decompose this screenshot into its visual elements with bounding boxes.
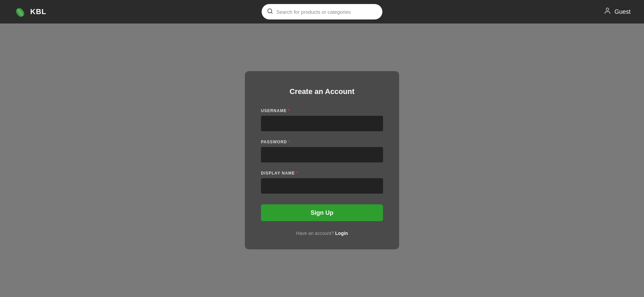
signup-card: Create an Account USERNAME * PASSWORD * … xyxy=(245,71,399,249)
user-label: Guest xyxy=(614,8,631,15)
user-icon xyxy=(604,7,611,16)
search-input[interactable] xyxy=(276,9,377,15)
card-title: Create an Account xyxy=(289,87,355,96)
search-container xyxy=(262,4,382,19)
have-account-text: Have an account? xyxy=(296,231,334,236)
svg-line-4 xyxy=(271,12,272,13)
password-group: PASSWORD * xyxy=(261,139,383,162)
password-required: * xyxy=(288,139,290,144)
kbl-logo-icon xyxy=(13,5,27,18)
signup-button[interactable]: Sign Up xyxy=(261,204,383,221)
user-area: Guest xyxy=(604,7,631,16)
display-name-label: DISPLAY NAME * xyxy=(261,170,383,176)
username-required: * xyxy=(288,108,290,113)
password-label: PASSWORD * xyxy=(261,139,383,144)
password-input[interactable] xyxy=(261,147,383,162)
display-name-input[interactable] xyxy=(261,178,383,194)
login-link[interactable]: Login xyxy=(335,231,348,236)
display-name-group: DISPLAY NAME * xyxy=(261,170,383,194)
svg-point-5 xyxy=(606,8,608,10)
login-area: Have an account? Login xyxy=(296,231,348,236)
username-input[interactable] xyxy=(261,116,383,131)
page-body: Create an Account USERNAME * PASSWORD * … xyxy=(0,23,644,297)
username-group: USERNAME * xyxy=(261,108,383,131)
header: KBL Guest xyxy=(0,0,644,23)
display-name-required: * xyxy=(296,170,298,176)
logo-area: KBL xyxy=(13,5,46,18)
search-icon xyxy=(267,8,273,16)
username-label: USERNAME * xyxy=(261,108,383,113)
search-bar xyxy=(262,4,382,19)
logo-text: KBL xyxy=(30,7,46,16)
